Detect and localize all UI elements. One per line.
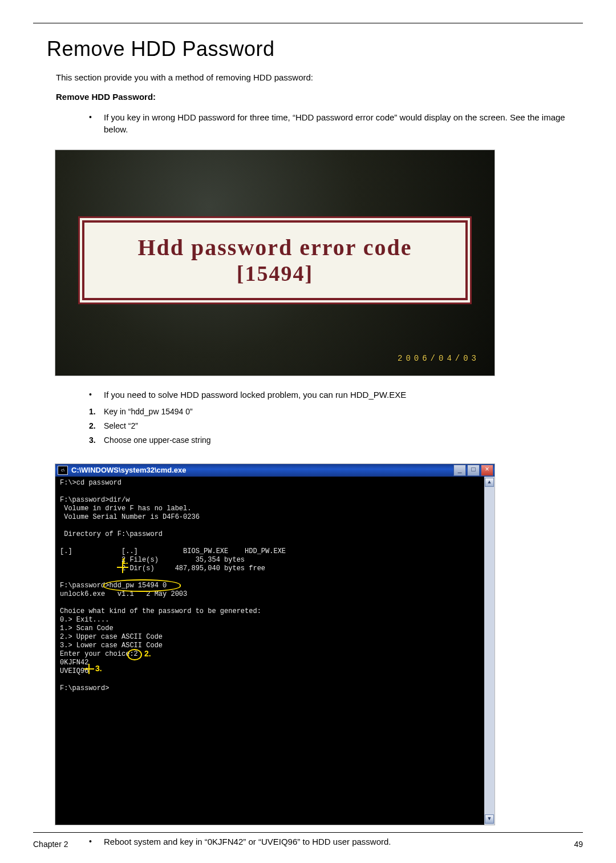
scroll-thumb[interactable] xyxy=(485,488,493,813)
cmd-terminal-content: F:\>cd password F:\password>dir/w Volume… xyxy=(55,477,484,825)
step-2: Select “2” xyxy=(89,420,583,432)
bullet-after-image: If you need to solve HDD password locked… xyxy=(89,389,567,401)
subheading: Remove HDD Password: xyxy=(56,91,583,103)
error-panel-code: [15494] xyxy=(237,261,313,286)
cmd-close-button[interactable]: × xyxy=(481,465,493,476)
cmd-scrollbar[interactable]: ▲ ▼ xyxy=(484,477,495,825)
hdd-error-photo: Hdd password error code [15494] 2006/04/… xyxy=(55,150,495,376)
cmd-maximize-button[interactable]: □ xyxy=(467,465,480,476)
cmd-minimize-button[interactable]: _ xyxy=(453,465,466,476)
cmd-titlebar: c\ C:\WINDOWS\system32\cmd.exe _ □ × xyxy=(55,464,495,477)
step-1: Key in “hdd_pw 15494 0” xyxy=(89,406,583,417)
photo-datestamp: 2006/04/03 xyxy=(398,354,480,363)
footer-page-number: 49 xyxy=(574,840,583,849)
scroll-down-arrow[interactable]: ▼ xyxy=(485,814,494,824)
cmd-icon: c\ xyxy=(58,466,68,475)
cmd-title-text: C:\WINDOWS\system32\cmd.exe xyxy=(71,466,453,474)
scroll-up-arrow[interactable]: ▲ xyxy=(485,478,494,487)
error-panel: Hdd password error code [15494] xyxy=(78,216,472,304)
intro-text: This section provide you with a method o… xyxy=(56,71,583,84)
bottom-rule xyxy=(33,832,583,833)
top-rule xyxy=(33,23,583,23)
cmd-screenshot: c\ C:\WINDOWS\system32\cmd.exe _ □ × F:\… xyxy=(55,463,495,825)
error-panel-line: Hdd password error code xyxy=(137,235,412,261)
page-title: Remove HDD Password xyxy=(47,37,583,61)
cmd-lines: F:\>cd password F:\password>dir/w Volume… xyxy=(60,479,480,693)
step-3: Choose one upper-case string xyxy=(89,434,583,446)
footer-chapter: Chapter 2 xyxy=(33,840,68,849)
bullet-before-image: If you key in wrong HDD password for thr… xyxy=(89,111,567,136)
